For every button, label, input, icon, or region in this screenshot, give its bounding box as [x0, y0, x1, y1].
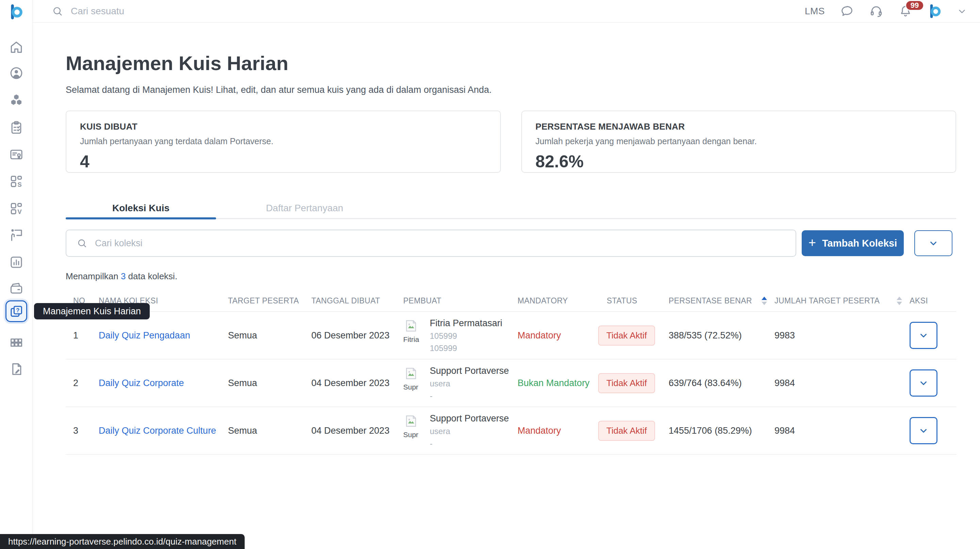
glyph-v: V	[18, 208, 22, 215]
tab-bar: Koleksi Kuis Daftar Pertanyaan	[66, 198, 956, 219]
tab-daftar-pertanyaan[interactable]: Daftar Pertanyaan	[216, 198, 393, 218]
status-badge: Tidak Aktif	[598, 373, 655, 393]
sidebar-item-modules[interactable]	[8, 92, 24, 108]
sidebar-item-training[interactable]	[8, 227, 24, 243]
sidebar-item-grid-s[interactable]: S	[8, 173, 24, 189]
notifications-bell[interactable]: 99	[898, 4, 913, 18]
summary-count: 3	[121, 271, 126, 281]
table-header-row: NO NAMA KOLEKSI TARGET PESERTA TANGGAL D…	[66, 290, 956, 312]
stat-description: Jumlah pekerja yang menjawab pertanyaan …	[536, 136, 942, 146]
table-row: 3 Daily Quiz Corporate Culture Semua 04 …	[66, 407, 956, 455]
avatar: Supr	[403, 366, 423, 392]
cell-date: 06 Desember 2023	[311, 330, 403, 341]
collection-link[interactable]: Daily Quiz Corporate	[99, 378, 228, 389]
creator-name: Support Portaverse	[430, 366, 509, 376]
notification-badge: 99	[905, 0, 924, 11]
creator-id2: 105999	[430, 344, 502, 353]
search-icon	[76, 238, 88, 249]
add-collection-button[interactable]: + Tambah Koleksi	[802, 230, 904, 256]
broken-image-icon	[403, 413, 419, 429]
cell-no: 3	[66, 425, 99, 436]
stat-value: 82.6%	[536, 152, 942, 171]
sidebar-item-grid-v[interactable]: V	[8, 201, 24, 216]
add-collection-label: Tambah Koleksi	[822, 238, 897, 249]
collection-search-input[interactable]	[95, 238, 741, 249]
header-label: PERSENTASE BENAR	[669, 296, 752, 305]
search-icon	[52, 5, 63, 17]
header-target-peserta: TARGET PESERTA	[228, 296, 311, 305]
cell-participants: 9983	[775, 330, 910, 341]
row-actions-button[interactable]	[910, 322, 937, 349]
header-mandatory: MANDATORY	[517, 296, 598, 305]
global-search[interactable]	[52, 5, 358, 17]
chevron-down-icon	[918, 330, 929, 341]
account-logo-icon[interactable]	[928, 4, 942, 18]
header-pembuat: PEMBUAT	[403, 296, 517, 305]
cell-status: Tidak Aktif	[598, 373, 669, 393]
sidebar-item-assessment[interactable]	[8, 120, 24, 135]
collection-link[interactable]: Daily Quiz Pengadaan	[99, 330, 228, 341]
collection-table: NO NAMA KOLEKSI TARGET PESERTA TANGGAL D…	[66, 290, 956, 455]
sidebar-item-apps[interactable]	[8, 335, 24, 351]
table-row: 1 Daily Quiz Pengadaan Semua 06 Desember…	[66, 312, 956, 360]
header-label: JUMLAH TARGET PESERTA	[775, 296, 880, 305]
collection-link[interactable]: Daily Quiz Corporate Culture	[99, 425, 228, 436]
link-status-bar: https://learning-portaverse.pelindo.co.i…	[0, 534, 245, 549]
row-actions-button[interactable]	[910, 370, 937, 397]
sort-icon[interactable]	[897, 297, 902, 305]
plus-icon: +	[808, 236, 816, 249]
status-badge: Tidak Aktif	[598, 325, 655, 346]
cell-participants: 9984	[775, 378, 910, 389]
header-aksi: AKSI	[910, 296, 956, 305]
creator-id2: -	[430, 439, 509, 448]
add-collection-dropdown-button[interactable]	[914, 230, 953, 256]
stat-card-quiz-created: KUIS DIBUAT Jumlah pertanyaan yang terda…	[66, 111, 501, 173]
creator-id: usera	[430, 379, 509, 389]
collection-summary: Menampilkan 3 data koleksi.	[66, 271, 177, 282]
page-subtitle: Selamat datang di Manajemen Kuis! Lihat,…	[66, 85, 492, 95]
sidebar-item-certificate[interactable]	[8, 147, 24, 163]
account-chevron-down-icon[interactable]	[957, 6, 967, 16]
summary-prefix: Menampilkan	[66, 271, 118, 281]
collection-search[interactable]	[66, 230, 796, 257]
avatar: Fitria	[403, 318, 423, 344]
chat-icon[interactable]	[840, 4, 854, 18]
support-headset-icon[interactable]	[869, 4, 883, 18]
cell-target: Semua	[228, 378, 311, 389]
tab-koleksi-kuis[interactable]: Koleksi Kuis	[66, 198, 216, 218]
stat-label: PERSENTASE MENJAWAB BENAR	[536, 121, 942, 132]
sidebar-item-wallet[interactable]	[8, 281, 24, 297]
cell-status: Tidak Aktif	[598, 325, 669, 346]
sort-icon[interactable]	[762, 297, 767, 305]
cell-mandatory: Mandatory	[517, 330, 598, 341]
collection-toolbar: + Tambah Koleksi	[66, 230, 956, 257]
status-badge: Tidak Aktif	[598, 421, 655, 441]
creator-name: Support Portaverse	[430, 413, 509, 424]
sidebar-tooltip: Manajemen Kuis Harian	[34, 303, 150, 319]
global-search-input[interactable]	[71, 6, 329, 17]
chevron-down-icon	[918, 378, 929, 388]
sidebar-item-home[interactable]	[8, 40, 24, 55]
cell-no: 2	[66, 378, 99, 389]
avatar-alt-text: Fitria	[403, 335, 419, 343]
question-glyph: ?	[16, 307, 19, 313]
cell-no: 1	[66, 330, 99, 341]
row-actions-button[interactable]	[910, 417, 937, 444]
page-title: Manajemen Kuis Harian	[66, 52, 288, 75]
creator-id: usera	[430, 427, 509, 436]
creator-name: Fitria Permatasari	[430, 318, 502, 328]
sidebar-item-profile[interactable]	[8, 65, 24, 81]
broken-image-icon	[403, 366, 419, 381]
cell-percent: 639/764 (83.64%)	[669, 378, 775, 389]
sidebar-item-quiz-management[interactable]: ?	[5, 300, 27, 322]
lms-label[interactable]: LMS	[805, 6, 825, 17]
chevron-down-icon	[928, 238, 939, 248]
cell-participants: 9984	[775, 425, 910, 436]
cell-percent: 388/535 (72.52%)	[669, 330, 775, 341]
sidebar-item-analytics[interactable]	[8, 254, 24, 270]
portaverse-logo-icon	[8, 4, 24, 20]
avatar: Supr	[403, 413, 423, 440]
table-row: 2 Daily Quiz Corporate Semua 04 Desember…	[66, 360, 956, 407]
header-jumlah-target-peserta: JUMLAH TARGET PESERTA	[775, 296, 910, 305]
sidebar-item-document-sign[interactable]	[8, 361, 24, 377]
